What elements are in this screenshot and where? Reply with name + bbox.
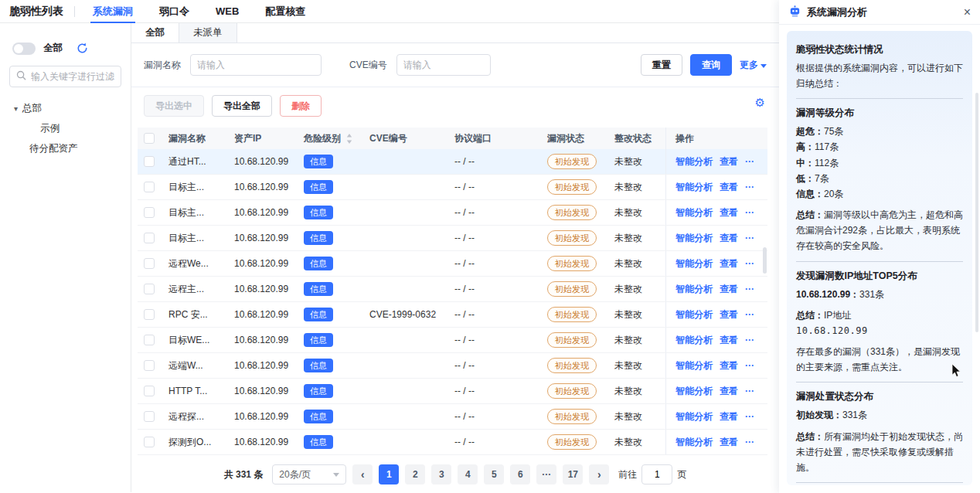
smart-analysis-link[interactable]: 智能分析 [675, 257, 713, 270]
panel-scrollbar-thumb[interactable] [975, 93, 978, 332]
next-page-button[interactable]: › [589, 464, 609, 484]
refresh-icon[interactable] [77, 42, 88, 54]
smart-analysis-link[interactable]: 智能分析 [675, 359, 713, 372]
row-checkbox[interactable] [144, 437, 155, 447]
tree-caret-icon[interactable]: ▾ [14, 104, 18, 113]
smart-analysis-link[interactable]: 智能分析 [675, 334, 713, 347]
row-checkbox[interactable] [144, 335, 155, 345]
table-row[interactable]: 远程We...10.68.120.99信息-- / --初始发现未整改智能分析查… [138, 251, 767, 277]
page-button-3[interactable]: 3 [431, 464, 451, 484]
tab-system-vuln[interactable]: 系统漏洞 [80, 0, 146, 22]
select-all-checkbox[interactable] [144, 133, 155, 144]
table-row[interactable]: 目标主...10.68.120.99信息-- / --初始发现未整改智能分析查看… [138, 200, 767, 226]
more-actions-link[interactable]: ··· [745, 284, 754, 294]
more-actions-link[interactable]: ··· [745, 386, 754, 396]
header-col-3[interactable]: 危险级别 [296, 132, 362, 145]
tab-config-check[interactable]: 配置核查 [252, 0, 318, 22]
table-row[interactable]: HTTP T...10.68.120.99信息-- / --初始发现未整改智能分… [138, 379, 767, 404]
page-button-1[interactable]: 1 [379, 464, 399, 484]
table-row[interactable]: RPC 安...10.68.120.99信息CVE-1999-0632-- / … [138, 302, 767, 328]
table-row[interactable]: 目标WE...10.68.120.99信息-- / --初始发现未整改智能分析查… [138, 328, 767, 353]
more-actions-link[interactable]: ··· [745, 309, 754, 320]
export-selected-button[interactable]: 导出选中 [144, 95, 204, 117]
row-checkbox[interactable] [144, 284, 155, 294]
filter-vuln-name-input[interactable] [190, 54, 322, 76]
more-actions-link[interactable]: ··· [745, 207, 754, 218]
view-link[interactable]: 查看 [720, 206, 738, 219]
more-actions-link[interactable]: ··· [745, 233, 754, 243]
row-checkbox[interactable] [144, 258, 155, 269]
more-actions-link[interactable]: ··· [745, 335, 754, 345]
view-link[interactable]: 查看 [720, 385, 738, 398]
row-checkbox[interactable] [144, 411, 155, 422]
view-link[interactable]: 查看 [720, 436, 738, 449]
more-actions-link[interactable]: ··· [745, 360, 754, 371]
smart-analysis-link[interactable]: 智能分析 [675, 206, 713, 219]
row-checkbox[interactable] [144, 233, 155, 243]
delete-button[interactable]: 删除 [280, 95, 322, 117]
tab-weak-password[interactable]: 弱口令 [146, 0, 202, 22]
tab-web[interactable]: WEB [202, 0, 252, 22]
table-row[interactable]: 探测到O...10.68.120.99信息-- / --初始发现未整改智能分析查… [138, 430, 767, 455]
column-settings-gear-icon[interactable]: ⚙ [755, 97, 765, 108]
view-link[interactable]: 查看 [720, 334, 738, 347]
list-tab-unassigned[interactable]: 未派单 [179, 23, 237, 42]
filter-cve-input[interactable] [396, 54, 491, 76]
query-button[interactable]: 查询 [690, 54, 732, 76]
table-row[interactable]: 远程探...10.68.120.99信息-- / --初始发现未整改智能分析查看… [138, 404, 767, 430]
page-button-4[interactable]: 4 [458, 464, 478, 484]
smart-analysis-link[interactable]: 智能分析 [675, 385, 713, 398]
tree-node-unassigned[interactable]: 待分配资产 [9, 138, 121, 158]
sort-icon[interactable] [346, 134, 352, 144]
smart-analysis-link[interactable]: 智能分析 [675, 283, 713, 296]
tree-node-hq[interactable]: ▾总部 [9, 98, 121, 118]
view-link[interactable]: 查看 [720, 410, 738, 423]
table-row[interactable]: 通过HT...10.68.120.99信息-- / --初始发现未整改智能分析查… [138, 149, 767, 175]
row-checkbox[interactable] [144, 360, 155, 371]
more-actions-link[interactable]: ··· [745, 411, 754, 422]
more-actions-link[interactable]: ··· [745, 182, 754, 192]
table-row[interactable]: 目标主...10.68.120.99信息-- / --初始发现未整改智能分析查看… [138, 226, 767, 251]
row-checkbox[interactable] [144, 156, 155, 167]
smart-analysis-link[interactable]: 智能分析 [675, 436, 713, 449]
more-actions-link[interactable]: ··· [745, 258, 754, 269]
view-link[interactable]: 查看 [720, 232, 738, 245]
prev-page-button[interactable]: ‹ [352, 464, 373, 484]
page-button-5[interactable]: 5 [484, 464, 504, 484]
reset-button[interactable]: 重置 [641, 54, 682, 76]
page-button-2[interactable]: 2 [405, 464, 425, 484]
table-row[interactable]: 目标主...10.68.120.99信息-- / --初始发现未整改智能分析查看… [138, 175, 767, 200]
view-link[interactable]: 查看 [720, 181, 738, 194]
row-checkbox[interactable] [144, 309, 155, 320]
smart-analysis-link[interactable]: 智能分析 [675, 155, 713, 168]
smart-analysis-link[interactable]: 智能分析 [675, 181, 713, 194]
content-scrollbar-thumb[interactable] [763, 247, 767, 274]
all-assets-toggle[interactable] [12, 42, 36, 55]
smart-analysis-link[interactable]: 智能分析 [675, 410, 713, 423]
view-link[interactable]: 查看 [720, 283, 738, 296]
row-checkbox[interactable] [144, 386, 155, 396]
page-button-17[interactable]: 17 [563, 464, 583, 484]
list-tab-all[interactable]: 全部 [131, 23, 179, 42]
more-actions-link[interactable]: ··· [745, 156, 754, 167]
close-icon[interactable]: × [964, 6, 971, 19]
export-all-button[interactable]: 导出全部 [212, 95, 272, 117]
view-link[interactable]: 查看 [720, 308, 738, 321]
view-link[interactable]: 查看 [720, 155, 738, 168]
pages-ellipsis[interactable]: ··· [536, 464, 556, 484]
more-filters-link[interactable]: 更多 [740, 59, 767, 72]
table-row[interactable]: 远端W...10.68.120.99信息-- / --初始发现未整改智能分析查看… [138, 353, 767, 379]
tree-search-input[interactable] [31, 71, 116, 82]
page-button-6[interactable]: 6 [510, 464, 530, 484]
view-link[interactable]: 查看 [720, 359, 738, 372]
smart-analysis-link[interactable]: 智能分析 [675, 308, 713, 321]
tree-node-example[interactable]: 示例 [9, 118, 121, 138]
view-link[interactable]: 查看 [720, 257, 738, 270]
goto-page-input[interactable] [641, 464, 672, 484]
row-checkbox[interactable] [144, 207, 155, 218]
smart-analysis-link[interactable]: 智能分析 [675, 232, 713, 245]
page-size-select[interactable]: 20条/页 [272, 464, 346, 484]
more-actions-link[interactable]: ··· [745, 437, 754, 447]
table-row[interactable]: 远程主...10.68.120.99信息-- / --初始发现未整改智能分析查看… [138, 277, 767, 302]
row-checkbox[interactable] [144, 182, 155, 192]
